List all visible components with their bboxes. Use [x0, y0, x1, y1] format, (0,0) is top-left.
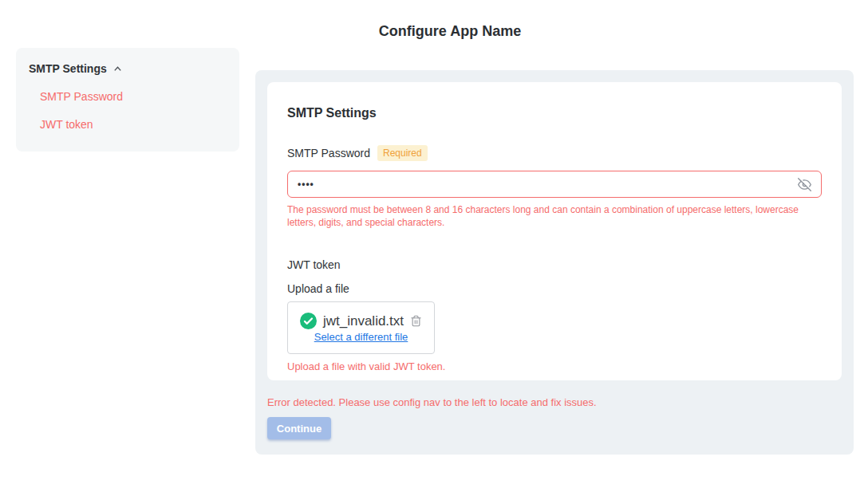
select-different-file-link[interactable]: Select a different file: [314, 331, 408, 343]
file-upload-box: jwt_invalid.txt Select a different file: [287, 301, 435, 354]
form-error-banner: Error detected. Please use config nav to…: [267, 396, 842, 408]
config-nav-sidebar: SMTP Settings SMTP Password JWT token: [16, 48, 239, 152]
page-title: Configure App Name: [32, 23, 868, 40]
delete-file-button[interactable]: [410, 314, 422, 328]
trash-icon: [410, 314, 422, 328]
password-label: SMTP Password: [287, 147, 370, 159]
uploaded-file-row: jwt_invalid.txt: [300, 313, 422, 329]
continue-button[interactable]: Continue: [267, 417, 331, 439]
sidebar-item-jwt-token[interactable]: JWT token: [40, 118, 93, 131]
password-label-row: SMTP Password Required: [287, 145, 822, 161]
sidebar-section-smtp-settings[interactable]: SMTP Settings: [29, 62, 227, 75]
config-panel: SMTP Settings SMTP Password Required The…: [255, 70, 854, 455]
upload-file-label: Upload a file: [287, 282, 822, 295]
uploaded-file-name: jwt_invalid.txt: [323, 313, 404, 329]
jwt-upload-error: Upload a file with valid JWT token.: [287, 360, 822, 372]
password-error-helper: The password must be between 8 and 16 ch…: [287, 203, 823, 229]
smtp-settings-card: SMTP Settings SMTP Password Required The…: [267, 82, 842, 380]
jwt-token-label: JWT token: [287, 258, 822, 271]
required-badge: Required: [377, 145, 428, 161]
toggle-password-visibility-button[interactable]: [798, 178, 811, 191]
card-heading: SMTP Settings: [287, 106, 822, 120]
smtp-password-input[interactable]: [298, 179, 798, 190]
chevron-up-icon[interactable]: [112, 64, 123, 74]
eye-off-icon: [798, 178, 811, 191]
check-circle-icon: [300, 313, 317, 329]
sidebar-item-smtp-password[interactable]: SMTP Password: [40, 90, 123, 103]
password-field-wrapper: [287, 171, 822, 198]
sidebar-section-label: SMTP Settings: [29, 62, 107, 75]
